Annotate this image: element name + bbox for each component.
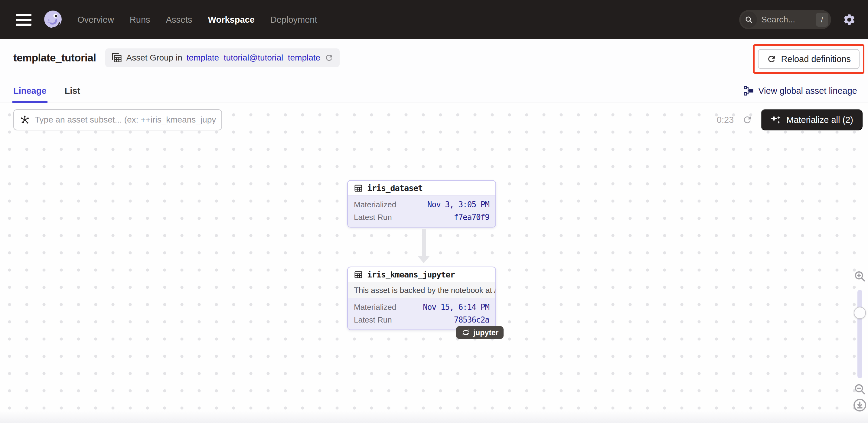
latest-run-row: Latest Run f7ea70f9 bbox=[354, 211, 489, 223]
refresh-timer: 0:23 bbox=[717, 115, 734, 125]
materialized-row: Materialized Nov 3, 3:05 PM bbox=[354, 198, 489, 211]
asset-group-icon bbox=[111, 52, 122, 63]
asset-group-badge: Asset Group in template_tutorial@tutoria… bbox=[105, 49, 340, 67]
asset-node-iris-kmeans-jupyter[interactable]: iris_kmeans_jupyter This asset is backed… bbox=[347, 267, 496, 330]
zoom-out-icon[interactable] bbox=[853, 382, 867, 396]
lineage-edge-arrow bbox=[418, 229, 430, 263]
zoom-slider-handle[interactable] bbox=[854, 307, 866, 319]
zoom-slider[interactable] bbox=[858, 290, 862, 378]
asset-subset-input[interactable] bbox=[35, 115, 216, 125]
tab-list[interactable]: List bbox=[65, 79, 81, 102]
annotation-highlight-box: Reload definitions bbox=[753, 44, 864, 74]
lineage-canvas[interactable]: 0:23 Materialize all (2) bbox=[0, 103, 868, 423]
view-global-asset-lineage-link[interactable]: View global asset lineage bbox=[743, 86, 857, 96]
nav-item-overview[interactable]: Overview bbox=[78, 15, 114, 25]
materialized-timestamp: Nov 3, 3:05 PM bbox=[427, 198, 489, 211]
asset-node-iris-dataset[interactable]: iris_dataset Materialized Nov 3, 3:05 PM… bbox=[347, 180, 496, 228]
lineage-graph-icon bbox=[743, 86, 754, 96]
tabs-row: Lineage List View global asset lineage bbox=[0, 79, 868, 103]
table-icon bbox=[354, 184, 363, 193]
materialized-row: Materialized Nov 15, 6:14 PM bbox=[354, 301, 489, 313]
nav-links: Overview Runs Assets Workspace Deploymen… bbox=[78, 15, 317, 25]
download-graph-icon[interactable] bbox=[852, 398, 867, 413]
graph-toolbar: 0:23 Materialize all (2) bbox=[13, 109, 863, 130]
jupyter-icon bbox=[461, 328, 470, 337]
tab-lineage[interactable]: Lineage bbox=[13, 79, 46, 102]
asset-name: iris_kmeans_jupyter bbox=[367, 270, 455, 279]
asset-name: iris_dataset bbox=[367, 183, 423, 193]
materialize-all-button[interactable]: Materialize all (2) bbox=[761, 109, 863, 130]
bottom-fade bbox=[0, 411, 868, 423]
graph-refresh-icon[interactable] bbox=[742, 115, 752, 125]
materialized-timestamp: Nov 15, 6:14 PM bbox=[423, 301, 489, 313]
nav-item-deployment[interactable]: Deployment bbox=[270, 15, 317, 25]
search-input[interactable]: Search... / bbox=[739, 10, 831, 29]
nav-item-assets[interactable]: Assets bbox=[166, 15, 192, 25]
table-icon bbox=[354, 270, 363, 279]
search-placeholder: Search... bbox=[761, 15, 816, 25]
run-id-link[interactable]: 78536c2a bbox=[454, 313, 489, 326]
asset-group-label: Asset Group in bbox=[126, 53, 182, 63]
asset-description: This asset is backed by the notebook at … bbox=[348, 282, 495, 298]
reload-definitions-button[interactable]: Reload definitions bbox=[758, 49, 860, 69]
dagster-logo-icon[interactable] bbox=[43, 10, 63, 30]
page-header: template_tutorial Asset Group in templat… bbox=[0, 39, 868, 103]
top-nav: Overview Runs Assets Workspace Deploymen… bbox=[0, 0, 868, 39]
asset-group-location-link[interactable]: template_tutorial@tutorial_template bbox=[187, 53, 320, 63]
latest-run-row: Latest Run 78536c2a bbox=[354, 313, 489, 326]
asset-graph-icon bbox=[19, 114, 30, 125]
sparkle-icon bbox=[770, 114, 781, 125]
run-id-link[interactable]: f7ea70f9 bbox=[454, 211, 489, 223]
search-shortcut-badge: / bbox=[816, 13, 828, 27]
page-title: template_tutorial bbox=[13, 52, 96, 64]
jupyter-tag[interactable]: jupyter bbox=[456, 326, 503, 339]
asset-subset-input-box[interactable] bbox=[13, 109, 222, 130]
settings-gear-icon[interactable] bbox=[843, 13, 856, 26]
dagster-app: Overview Runs Assets Workspace Deploymen… bbox=[0, 0, 868, 423]
badge-refresh-icon[interactable] bbox=[324, 53, 334, 62]
nav-item-runs[interactable]: Runs bbox=[130, 15, 150, 25]
zoom-in-icon[interactable] bbox=[853, 269, 867, 283]
search-icon bbox=[741, 11, 757, 28]
nav-item-workspace[interactable]: Workspace bbox=[208, 15, 255, 25]
hamburger-menu-icon[interactable] bbox=[16, 14, 31, 26]
